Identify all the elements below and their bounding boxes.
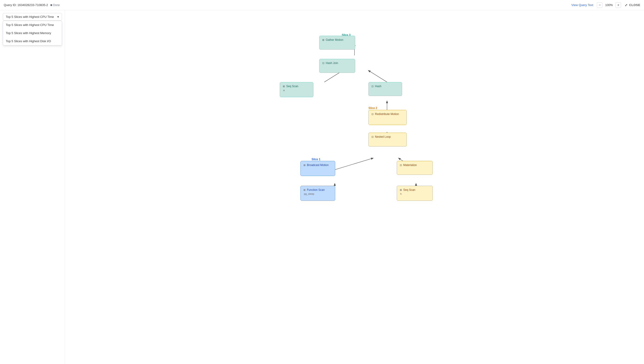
broadcast-motion-title: ⊞ Broadcast Motion — [303, 164, 332, 167]
seq-scan-a-node[interactable]: ⊞ Seq Scan a — [280, 82, 313, 97]
hash-join-label: Hash Join — [326, 62, 338, 65]
materialize-title: ⊡ Materialize — [400, 164, 430, 167]
header: Query ID: 1634028233-710835-2 Done View … — [0, 0, 644, 10]
gather-motion-node[interactable]: ⊞ Gather Motion — [319, 36, 355, 50]
seq-scan-h-sub: h — [400, 192, 430, 195]
dropdown-menu: Top 5 Slices with Highest CPU Time Top 5… — [3, 21, 62, 46]
function-scan-label: Function Scan — [307, 188, 325, 192]
hash-label: Hash — [375, 84, 381, 88]
seq-scan-a-icon: ⊞ — [283, 85, 285, 88]
redistribute-motion-node[interactable]: ⊡ Redistribute Motion — [368, 110, 407, 125]
sidebar: Top 5 Slices with Highest CPU Time ▾ Top… — [0, 10, 65, 364]
header-left: Query ID: 1634028233-710835-2 Done — [4, 3, 60, 7]
dropdown-item-1[interactable]: Top 5 Slices with Highest Memory — [3, 29, 62, 37]
seq-scan-a-title: ⊞ Seq Scan — [283, 84, 310, 88]
view-query-button[interactable]: View Query Text — [571, 3, 593, 7]
hash-title: ⊡ Hash — [371, 84, 399, 88]
redistribute-motion-icon: ⊡ — [371, 113, 373, 116]
main: Top 5 Slices with Highest CPU Time ▾ Top… — [0, 10, 644, 364]
redistribute-motion-label: Redistribute Motion — [375, 112, 399, 116]
slice1-label: Slice 1 — [312, 158, 320, 161]
svg-line-5 — [335, 158, 373, 170]
dropdown-container: Top 5 Slices with Highest CPU Time ▾ Top… — [3, 13, 62, 21]
dropdown-trigger[interactable]: Top 5 Slices with Highest CPU Time ▾ — [3, 13, 62, 21]
nested-loop-title: ⊡ Nested Loop — [371, 135, 404, 138]
materialize-node[interactable]: ⊡ Materialize — [397, 161, 433, 175]
function-scan-title: ⊞ Function Scan — [303, 188, 332, 192]
broadcast-motion-node[interactable]: ⊞ Broadcast Motion — [300, 161, 335, 176]
seq-scan-h-node[interactable]: ⊞ Seq Scan h — [397, 186, 433, 201]
gather-motion-label: Gather Motion — [326, 38, 343, 42]
seq-scan-h-icon: ⊞ — [400, 188, 402, 192]
dropdown-selected-label: Top 5 Slices with Highest CPU Time — [6, 15, 54, 18]
function-scan-sub: pg_sleep — [303, 192, 332, 195]
nested-loop-icon: ⊡ — [371, 136, 373, 138]
header-right: View Query Text − 100% + ⤢ CLOSE — [571, 2, 640, 8]
seq-scan-h-title: ⊞ Seq Scan — [400, 188, 430, 192]
hash-join-node[interactable]: ⊡ Hash Join — [319, 59, 355, 73]
svg-line-2 — [368, 70, 387, 82]
zoom-in-button[interactable]: + — [615, 2, 621, 8]
materialize-icon: ⊡ — [400, 164, 402, 167]
close-button[interactable]: ⤢ CLOSE — [625, 3, 640, 7]
status-badge: Done — [50, 4, 60, 7]
seq-scan-h-label: Seq Scan — [403, 188, 415, 192]
canvas[interactable]: Slice 3 ⊞ Gather Motion ⊡ Hash Join ⊞ — [65, 10, 644, 364]
zoom-out-button[interactable]: − — [597, 2, 602, 8]
slice2-label: Slice 2 — [368, 106, 377, 110]
hash-join-icon: ⊡ — [322, 62, 324, 65]
materialize-label: Materialize — [403, 164, 417, 167]
status-dot — [50, 4, 52, 6]
zoom-controls: − 100% + — [597, 2, 621, 8]
redistribute-motion-title: ⊡ Redistribute Motion — [371, 112, 404, 116]
hash-join-title: ⊡ Hash Join — [322, 62, 352, 65]
chevron-down-icon: ▾ — [57, 15, 59, 18]
dropdown-item-0[interactable]: Top 5 Slices with Highest CPU Time — [3, 21, 62, 29]
dropdown-item-2[interactable]: Top 5 Slices with Highest Disk I/O — [3, 37, 62, 45]
broadcast-motion-label: Broadcast Motion — [307, 164, 328, 167]
zoom-level: 100% — [604, 3, 613, 7]
nested-loop-node[interactable]: ⊡ Nested Loop — [368, 132, 407, 146]
diagram: Slice 3 ⊞ Gather Motion ⊡ Hash Join ⊞ — [255, 10, 454, 224]
gather-motion-icon: ⊞ — [322, 38, 324, 42]
query-id: Query ID: 1634028233-710835-2 — [4, 3, 48, 7]
expand-icon: ⤢ — [625, 3, 628, 7]
gather-motion-title: ⊞ Gather Motion — [322, 38, 352, 42]
seq-scan-a-sub: a — [283, 89, 310, 92]
broadcast-motion-icon: ⊞ — [303, 164, 306, 167]
seq-scan-a-label: Seq Scan — [286, 84, 298, 88]
function-scan-node[interactable]: ⊞ Function Scan pg_sleep — [300, 186, 335, 201]
function-scan-icon: ⊞ — [303, 188, 306, 192]
hash-node[interactable]: ⊡ Hash — [368, 82, 402, 96]
status-text: Done — [53, 4, 60, 7]
close-label: CLOSE — [629, 3, 640, 7]
nested-loop-label: Nested Loop — [375, 135, 391, 138]
hash-icon: ⊡ — [371, 85, 373, 88]
